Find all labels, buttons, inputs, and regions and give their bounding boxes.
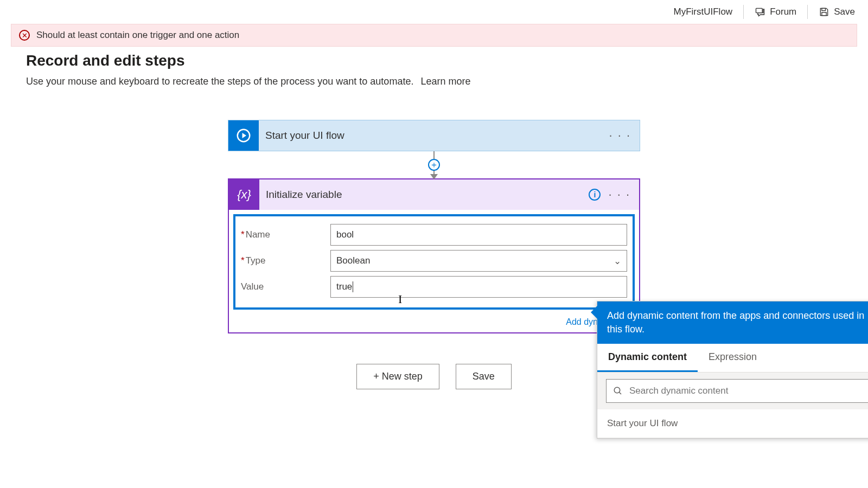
svg-line-5 bbox=[619, 393, 621, 395]
variable-icon: {x} bbox=[229, 179, 259, 210]
step-var-menu[interactable]: · · · bbox=[608, 188, 630, 202]
name-input[interactable]: bool bbox=[330, 224, 627, 246]
dynamic-content-popup: Add dynamic content from the apps and co… bbox=[597, 301, 868, 439]
field-type-label: *Type bbox=[241, 255, 330, 266]
new-step-button[interactable]: + New step bbox=[356, 364, 439, 389]
svg-rect-0 bbox=[756, 8, 763, 12]
svg-rect-1 bbox=[822, 8, 826, 10]
popup-section-start[interactable]: Start your UI flow bbox=[597, 409, 868, 438]
page-title: Record and edit steps bbox=[0, 47, 868, 73]
forum-button[interactable]: Forum bbox=[746, 0, 805, 23]
field-name-row: *Name bool bbox=[241, 224, 627, 246]
error-message: Should at least contain one trigger and … bbox=[36, 30, 239, 41]
save-button-top[interactable]: Save bbox=[810, 0, 864, 23]
page-subtitle-text: Use your mouse and keyboard to recreate … bbox=[26, 76, 413, 87]
field-value-row: Value true I bbox=[241, 276, 627, 298]
popup-search-wrap bbox=[597, 373, 868, 409]
play-icon bbox=[228, 120, 259, 151]
step-start-ui-flow[interactable]: Start your UI flow · · · bbox=[228, 120, 640, 151]
step-var-fields: *Name bool *Type Boolean ⌄ Value true I bbox=[233, 214, 635, 310]
bottom-buttons: + New step Save bbox=[356, 364, 512, 389]
page-subtitle: Use your mouse and keyboard to recreate … bbox=[0, 73, 868, 87]
step-var-header[interactable]: {x} Initialize variable i · · · bbox=[229, 179, 639, 210]
add-dynamic-content-row: Add dynamic con bbox=[229, 314, 639, 332]
tab-dynamic-content[interactable]: Dynamic content bbox=[597, 344, 698, 372]
text-cursor bbox=[353, 281, 353, 292]
error-icon: ✕ bbox=[19, 30, 30, 41]
forum-label: Forum bbox=[770, 7, 796, 17]
popup-arrow-icon bbox=[591, 306, 597, 319]
value-text: true bbox=[336, 281, 352, 292]
topbar-divider-2 bbox=[807, 5, 808, 19]
text-caret-icon: I bbox=[398, 292, 402, 306]
connector: ＋ bbox=[228, 151, 640, 178]
type-value: Boolean bbox=[336, 255, 370, 266]
search-input[interactable] bbox=[629, 386, 863, 396]
connector-arrow-icon bbox=[430, 174, 438, 179]
tab-expression[interactable]: Expression bbox=[698, 344, 768, 372]
search-icon bbox=[613, 386, 623, 396]
field-type-row: *Type Boolean ⌄ bbox=[241, 250, 627, 272]
step-initialize-variable[interactable]: {x} Initialize variable i · · · *Name bo… bbox=[228, 178, 640, 333]
svg-rect-2 bbox=[822, 12, 826, 15]
step-var-title: Initialize variable bbox=[259, 189, 589, 201]
error-banner: ✕ Should at least contain one trigger an… bbox=[11, 24, 857, 47]
chevron-down-icon: ⌄ bbox=[614, 255, 621, 267]
value-input[interactable]: true bbox=[330, 276, 627, 298]
popup-tabs: Dynamic content Expression bbox=[597, 344, 868, 373]
field-value-label: Value bbox=[241, 281, 330, 292]
forum-icon bbox=[755, 7, 765, 17]
add-step-inline[interactable]: ＋ bbox=[428, 159, 440, 171]
step-start-title: Start your UI flow bbox=[259, 130, 609, 142]
topbar-divider bbox=[743, 5, 744, 19]
save-label-top: Save bbox=[834, 7, 855, 17]
popup-header: Add dynamic content from the apps and co… bbox=[597, 301, 868, 344]
type-select[interactable]: Boolean ⌄ bbox=[330, 250, 627, 272]
svg-point-4 bbox=[614, 388, 620, 394]
save-button[interactable]: Save bbox=[456, 364, 512, 389]
flow-title: MyFirstUIFlow bbox=[665, 7, 742, 17]
step-start-header[interactable]: Start your UI flow · · · bbox=[228, 120, 640, 151]
info-icon[interactable]: i bbox=[589, 189, 601, 201]
save-icon bbox=[819, 7, 829, 17]
step-var-body: *Name bool *Type Boolean ⌄ Value true I bbox=[229, 210, 639, 314]
popup-search[interactable] bbox=[606, 379, 868, 403]
field-name-label: *Name bbox=[241, 229, 330, 240]
step-start-menu[interactable]: · · · bbox=[609, 129, 631, 143]
top-bar: MyFirstUIFlow Forum Save bbox=[0, 0, 868, 24]
learn-more-link[interactable]: Learn more bbox=[420, 76, 470, 87]
